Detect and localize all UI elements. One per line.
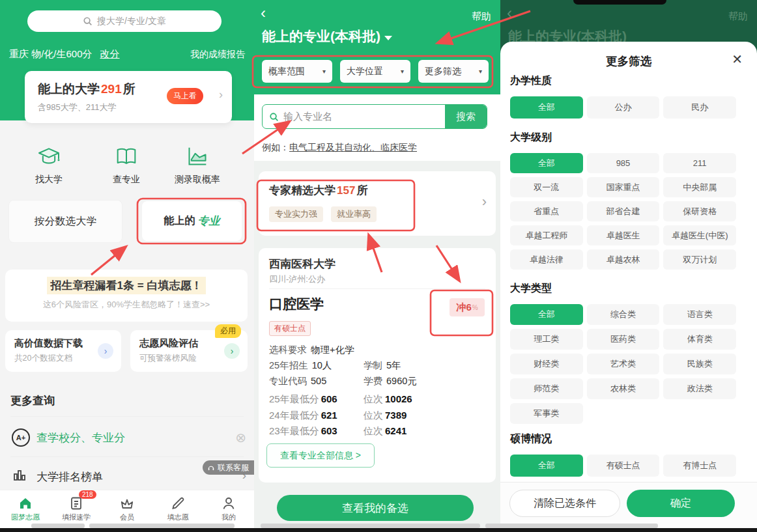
close-icon[interactable]: ✕: [732, 51, 743, 67]
filter-chip[interactable]: 保研资格: [663, 201, 736, 221]
majors-highlight: 专业: [198, 214, 220, 229]
example-links[interactable]: 电气工程及其自动化、临床医学: [289, 142, 417, 152]
expert-selection-card[interactable]: 专家精选大学157所 专业实力强就业率高 ›: [259, 171, 496, 236]
score-row: 23年最低分603 位次6241: [269, 423, 484, 440]
pencil-icon: [170, 496, 186, 511]
filter-chip[interactable]: 省重点: [510, 201, 583, 221]
major-result-card[interactable]: 西南医科大学 四川-泸州:公办 口腔医学 冲6 % 有硕士点 选科要求物理+化学…: [259, 248, 496, 483]
filter-chip[interactable]: 卓越医生(中医): [663, 225, 736, 245]
open-book-icon: [113, 143, 139, 169]
profile-row: 重庆 物/化/生600分 改分 我的成绩报告: [9, 48, 248, 61]
section-title: 大学类型: [510, 282, 736, 296]
filter-chip[interactable]: 军事类: [510, 403, 583, 424]
filter-dropdown-more[interactable]: 更多筛选▾: [418, 60, 489, 83]
filter-chip[interactable]: 有博士点: [663, 455, 736, 477]
filter-chip[interactable]: 民办: [663, 96, 736, 119]
university-name: 西南医科大学: [269, 257, 336, 272]
view-now-badge[interactable]: 马上看: [167, 88, 203, 104]
back-icon[interactable]: ‹: [507, 5, 512, 21]
filter-chip[interactable]: 理工类: [510, 329, 583, 350]
quick-action-probability[interactable]: 测录取概率: [166, 143, 229, 186]
universities-count: 291: [101, 82, 122, 96]
filter-chip[interactable]: 师范类: [510, 378, 583, 399]
view-major-details-button[interactable]: 查看专业全部信息 >: [266, 443, 375, 468]
filter-chip[interactable]: 艺术类: [587, 354, 660, 374]
major-search-box[interactable]: 输入专业名 搜索: [262, 104, 487, 129]
school-score-query-row[interactable]: A+ 查学校分、专业分 ⊗: [0, 425, 254, 453]
must-use-badge: 必用: [215, 324, 241, 338]
score-history-rows: 25年最低分606 位次10026 24年最低分621 位次7389 23年最低…: [269, 391, 484, 440]
home-indicator-bar: [89, 524, 235, 528]
home-indicator-bar: [485, 524, 658, 528]
headset-icon: [207, 464, 215, 471]
filter-chip[interactable]: 政法类: [663, 378, 736, 399]
page-title[interactable]: 能上的专业(本科批): [262, 27, 392, 46]
admissible-majors-button[interactable]: 能上的专业: [142, 201, 242, 241]
home-search-placeholder: 搜大学/专业/文章: [97, 16, 166, 27]
section-school-nature: 办学性质 全部公办民办: [510, 74, 736, 119]
home-search-input[interactable]: 搜大学/专业/文章: [27, 10, 221, 32]
filter-chip[interactable]: 农林类: [587, 378, 660, 399]
chevron-right-icon: ›: [482, 193, 487, 210]
search-button[interactable]: 搜索: [445, 105, 487, 128]
filter-chip[interactable]: 双万计划: [663, 249, 736, 270]
row-label: 查学校分、专业分: [36, 430, 125, 445]
filter-chip[interactable]: 民族类: [663, 354, 736, 374]
row-label: 大学排名榜单: [36, 469, 103, 484]
confirm-button[interactable]: 确定: [627, 490, 735, 517]
filter-chip[interactable]: 全部: [510, 304, 583, 325]
filter-chip[interactable]: 体育类: [663, 329, 736, 350]
caret-down-icon: ▾: [401, 68, 404, 75]
admission-rules-banner[interactable]: 招生章程漏看1条 = 白填志愿！ 这6个风险雷区，90%学生都忽略了！速查>>: [5, 270, 248, 322]
filter-chip[interactable]: 卓越工程师: [510, 225, 583, 245]
quick-action-label: 找大学: [18, 174, 80, 186]
data-download-card[interactable]: 高价值数据下载 共20个数据文档 ›: [5, 330, 121, 372]
major-name: 口腔医学: [269, 295, 324, 313]
clear-filters-button[interactable]: 清除已选条件: [509, 490, 620, 517]
major-search-input[interactable]: 输入专业名: [263, 105, 445, 128]
info-row: 专业代码505 学费6960元: [269, 373, 484, 389]
filter-chip[interactable]: 全部: [510, 96, 583, 119]
risk-assess-card[interactable]: 必用 志愿风险评估 可预警落榜风险 ›: [130, 330, 248, 372]
filter-dropdown-location[interactable]: 大学位置▾: [340, 60, 410, 83]
banner-title: 招生章程漏看1条 = 白填志愿！: [47, 277, 207, 294]
section-title: 大学级别: [510, 131, 736, 145]
filter-chip[interactable]: 双一流: [510, 177, 583, 197]
caret-down-icon: ▾: [322, 68, 326, 75]
change-score-link[interactable]: 改分: [100, 48, 120, 61]
quick-action-find-university[interactable]: 找大学: [18, 143, 80, 186]
major-search-placeholder: 输入专业名: [283, 111, 332, 123]
expert-tags: 专业实力强就业率高: [269, 206, 377, 222]
filter-chip[interactable]: 全部: [510, 153, 583, 173]
score-report-link[interactable]: 我的成绩报告: [190, 49, 245, 61]
card-subtitle: 共20个数据文档: [14, 353, 72, 364]
select-university-by-score-button[interactable]: 按分数选大学: [8, 200, 122, 243]
filter-chip[interactable]: 211: [663, 153, 736, 173]
filter-chip[interactable]: 国家重点: [587, 177, 660, 197]
section-title: 办学性质: [510, 74, 736, 88]
graduation-cap-icon: [36, 143, 62, 169]
view-my-shortlist-button[interactable]: 查看我的备选: [277, 495, 474, 521]
quick-action-find-major[interactable]: 查专业: [95, 143, 158, 186]
admissible-universities-card[interactable]: 能上的大学291所 含985大学、211大学 马上看 ›: [25, 71, 232, 123]
help-link[interactable]: 帮助: [472, 10, 491, 23]
contact-support-badge[interactable]: 联系客服: [203, 460, 254, 475]
filter-chip[interactable]: 部省合建: [587, 201, 660, 221]
filter-chip[interactable]: 全部: [510, 455, 583, 477]
filter-chip[interactable]: 985: [587, 153, 660, 173]
filter-modal-screen: ‹ 帮助 能上的专业(本科批) 更多筛选 ✕ 办学性质 全部公办民办 大学级别 …: [500, 0, 757, 532]
filter-chip[interactable]: 语言类: [663, 304, 736, 325]
filter-chip[interactable]: 医药类: [587, 329, 660, 350]
circle-close-icon[interactable]: ⊗: [235, 430, 246, 445]
filter-chip[interactable]: 卓越医生: [587, 225, 660, 245]
filter-chip[interactable]: 卓越法律: [510, 249, 583, 270]
filter-dropdown-probability[interactable]: 概率范围▾: [262, 60, 332, 83]
back-icon[interactable]: ‹: [261, 5, 266, 21]
filter-chip[interactable]: 有硕士点: [587, 455, 660, 477]
filter-chip[interactable]: 中央部属: [663, 177, 736, 197]
filter-chip[interactable]: 财经类: [510, 354, 583, 374]
more-filters-modal: 更多筛选 ✕ 办学性质 全部公办民办 大学级别 全部985211双一流国家重点中…: [500, 42, 757, 532]
filter-chip[interactable]: 卓越农林: [587, 249, 660, 270]
filter-chip[interactable]: 综合类: [587, 304, 660, 325]
filter-chip[interactable]: 公办: [587, 96, 660, 119]
